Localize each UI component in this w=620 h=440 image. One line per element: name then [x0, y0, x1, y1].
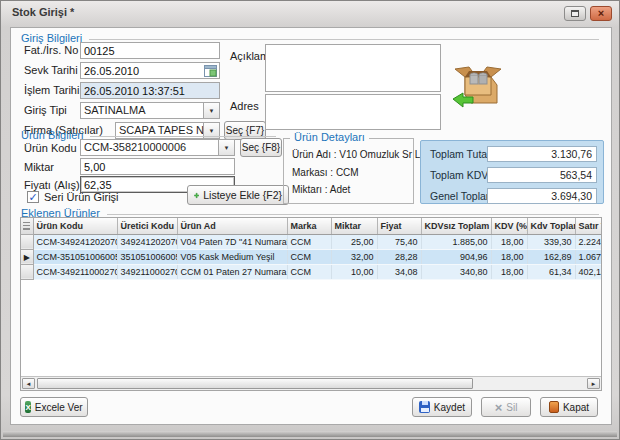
- product-details-groupbox: Ürün Detayları Ürün Adı : V10 Omuzluk Sr…: [283, 138, 414, 204]
- grand-total-value: 3.694,30: [487, 188, 597, 204]
- cell-miktar[interactable]: 32,00: [331, 249, 377, 264]
- row-indicator-cell[interactable]: ▶: [21, 249, 33, 264]
- cell-urun-kodu[interactable]: CCM-349211000270: [33, 264, 117, 279]
- cell-urun-ad[interactable]: CCM 01 Paten 27 Numara: [177, 264, 287, 279]
- column-header-marka[interactable]: Marka: [287, 218, 331, 234]
- dialog-body: Giriş Bilgileri Fat./İrs. No Sevk Tarihi…: [10, 27, 612, 425]
- product-code-label: Ürün Kodu: [24, 140, 77, 157]
- product-unit-line: Miktarı : Adet: [292, 184, 350, 195]
- export-excel-label: Excele Ver: [35, 402, 83, 413]
- table-row-selected[interactable]: ▶ CCM-351051006005 351051006005 V05 Kask…: [21, 249, 602, 264]
- entry-type-value: SATINALMA: [81, 103, 203, 118]
- invoice-no-label: Fat./İrs. No: [24, 42, 78, 59]
- cell-uretici-kodu[interactable]: 349211000270: [117, 264, 177, 279]
- column-header-kdv-toplam[interactable]: Kdv Toplam: [527, 218, 575, 234]
- close-button[interactable]: ×: [590, 6, 612, 21]
- cell-uretici-kodu[interactable]: 349241202070: [117, 234, 177, 249]
- current-row-icon: ▶: [24, 253, 30, 262]
- cell-kdvsiz-toplam[interactable]: 904,96: [421, 249, 491, 264]
- delete-x-icon: ×: [495, 401, 503, 414]
- save-button[interactable]: Kaydet: [412, 397, 472, 417]
- table-row[interactable]: CCM-349211000270 349211000270 CCM 01 Pat…: [21, 264, 602, 279]
- column-header-miktar[interactable]: Miktar: [331, 218, 377, 234]
- serial-entry-checkbox[interactable]: ✓: [27, 191, 39, 203]
- column-header-fiyat[interactable]: Fiyat: [377, 218, 421, 234]
- titlebar: Stok Girişi * ×: [1, 1, 619, 26]
- cell-satir-toplam[interactable]: 402,14: [575, 264, 602, 279]
- cell-kdvsiz-toplam[interactable]: 1.885,00: [421, 234, 491, 249]
- column-header-uretici-kodu[interactable]: Üretici Kodu: [117, 218, 177, 234]
- cell-kdvsiz-toplam[interactable]: 340,80: [421, 264, 491, 279]
- cell-uretici-kodu[interactable]: 351051006005: [117, 249, 177, 264]
- entry-type-combobox[interactable]: SATINALMA ▼: [80, 102, 220, 119]
- maximize-icon: [571, 10, 579, 17]
- cell-kdv-toplam[interactable]: 61,34: [527, 264, 575, 279]
- cell-urun-ad[interactable]: V04 Paten 7D "41 Numara": [177, 234, 287, 249]
- export-excel-button[interactable]: X Excele Ver: [20, 397, 88, 417]
- address-label: Adres: [230, 98, 259, 115]
- delete-label: Sil: [506, 402, 517, 413]
- row-indicator-cell[interactable]: [21, 264, 33, 279]
- cell-kdv-yuzde[interactable]: 18,00: [491, 234, 527, 249]
- maximize-button[interactable]: [564, 6, 586, 21]
- table-row[interactable]: CCM-349241202070 349241202070 V04 Paten …: [21, 234, 602, 249]
- ship-date-input[interactable]: [80, 62, 220, 79]
- column-header-kdv-yuzde[interactable]: KDV (%): [491, 218, 527, 234]
- cell-marka[interactable]: CCM: [287, 249, 331, 264]
- window-bottom-edge: [3, 431, 617, 437]
- total-vat-value: 563,54: [487, 167, 597, 183]
- delete-button[interactable]: × Sil: [481, 397, 531, 417]
- invoice-no-input[interactable]: [80, 42, 220, 59]
- cell-urun-kodu[interactable]: CCM-351051006005: [33, 249, 117, 264]
- cell-kdv-yuzde[interactable]: 18,00: [491, 264, 527, 279]
- product-code-value: CCM-358210000006: [81, 140, 218, 155]
- cell-marka[interactable]: CCM: [287, 234, 331, 249]
- stock-entry-window: Stok Girişi * × Giriş Bilgileri Fat./İrs…: [0, 0, 620, 440]
- column-header-satir-toplam[interactable]: Satır Toplam: [575, 218, 602, 234]
- ship-date-label: Sevk Tarihi: [24, 62, 78, 79]
- cell-fiyat[interactable]: 75,40: [377, 234, 421, 249]
- cell-kdv-yuzde[interactable]: 18,00: [491, 249, 527, 264]
- package-box-icon: [451, 61, 505, 111]
- entry-type-dropdown-button[interactable]: ▼: [203, 103, 219, 118]
- chevron-down-icon: ▼: [209, 108, 215, 114]
- close-label: Kapat: [563, 402, 589, 413]
- cell-urun-kodu[interactable]: CCM-349241202070: [33, 234, 117, 249]
- horizontal-scrollbar[interactable]: ◄ ►: [21, 376, 601, 390]
- cell-satir-toplam[interactable]: 1.067,85: [575, 249, 602, 264]
- process-date-label: İşlem Tarihi: [24, 82, 79, 99]
- column-header-urun-ad[interactable]: Ürün Ad: [177, 218, 287, 234]
- cell-kdv-toplam[interactable]: 339,30: [527, 234, 575, 249]
- cell-fiyat[interactable]: 28,28: [377, 249, 421, 264]
- close-box-icon: [549, 401, 559, 413]
- description-textarea[interactable]: [265, 44, 441, 92]
- grand-total-label: Genel Toplam: [430, 188, 495, 204]
- process-date-field: [80, 82, 220, 99]
- cell-miktar[interactable]: 10,00: [331, 264, 377, 279]
- add-to-list-button[interactable]: Listeye Ekle {F2}: [187, 185, 289, 205]
- cell-fiyat[interactable]: 34,08: [377, 264, 421, 279]
- cell-marka[interactable]: CCM: [287, 264, 331, 279]
- cell-satir-toplam[interactable]: 2.224,30: [575, 234, 602, 249]
- product-code-dropdown-button[interactable]: ▼: [218, 140, 234, 155]
- calendar-button[interactable]: [203, 64, 218, 77]
- check-icon: ✓: [28, 192, 37, 203]
- column-header-kdvsiz-toplam[interactable]: KDVsız Toplam: [421, 218, 491, 234]
- select-product-button[interactable]: Seç {F8}: [240, 138, 282, 157]
- scroll-right-icon: ►: [591, 381, 597, 387]
- cell-kdv-toplam[interactable]: 162,89: [527, 249, 575, 264]
- scroll-right-button[interactable]: ►: [587, 378, 600, 389]
- scrollbar-thumb[interactable]: [37, 378, 473, 389]
- product-code-combobox[interactable]: CCM-358210000006 ▼: [80, 139, 235, 156]
- cell-urun-ad[interactable]: V05 Kask Medium Yeşil: [177, 249, 287, 264]
- row-indicator-header[interactable]: [21, 218, 33, 234]
- calendar-icon: [204, 64, 217, 77]
- row-indicator-cell[interactable]: [21, 234, 33, 249]
- address-textarea[interactable]: [265, 94, 441, 130]
- entry-type-label: Giriş Tipi: [24, 102, 67, 119]
- cell-miktar[interactable]: 25,00: [331, 234, 377, 249]
- close-dialog-button[interactable]: Kapat: [540, 397, 598, 417]
- scroll-left-button[interactable]: ◄: [22, 378, 35, 389]
- column-header-urun-kodu[interactable]: Ürün Kodu: [33, 218, 117, 234]
- quantity-input[interactable]: [80, 158, 235, 175]
